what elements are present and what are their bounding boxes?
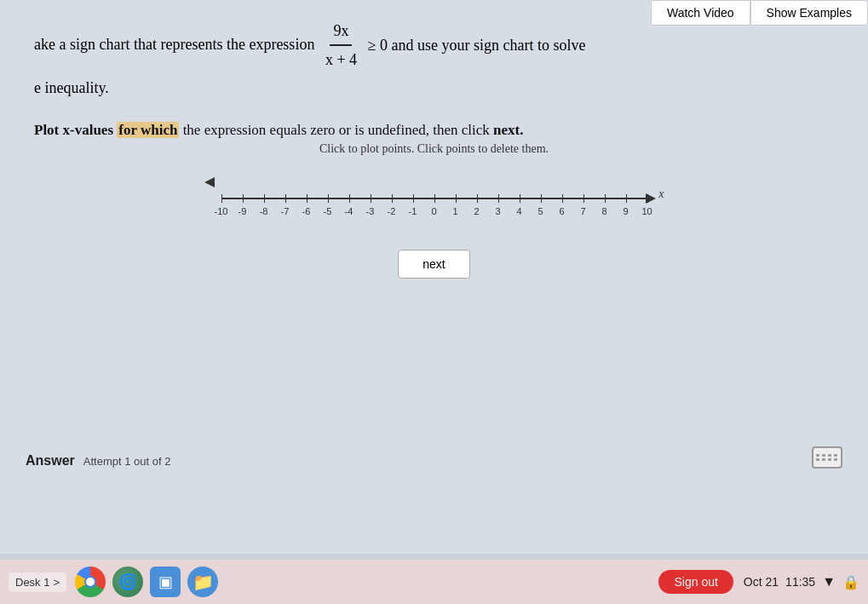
tick-mark [392, 194, 393, 203]
tick-label: 10 [641, 206, 652, 216]
taskbar-apps: 🌀 ▣ 📁 [75, 567, 218, 597]
sign-out-button[interactable]: Sign out [658, 570, 733, 594]
tick-label: 2 [474, 206, 479, 216]
keyboard-icon[interactable] [812, 446, 842, 469]
fraction-numerator: 9x [330, 17, 352, 46]
tick-label: 7 [580, 206, 585, 216]
tick-label: 3 [495, 206, 500, 216]
fraction-denominator: x + 4 [322, 46, 360, 73]
fraction: 9x x + 4 [322, 17, 360, 74]
tick-mark [307, 194, 308, 203]
tick-mark [285, 194, 286, 203]
chevron-icon: > [53, 576, 60, 589]
top-buttons: Watch Video Show Examples [651, 0, 868, 26]
tick-label: 0 [431, 206, 436, 216]
tick-mark [562, 194, 563, 203]
key-dot [834, 458, 837, 461]
tick-label: -1 [409, 206, 417, 216]
tick-mark [647, 194, 648, 203]
for-which-highlight: for which [117, 122, 179, 138]
blue-square-symbol: ▣ [158, 572, 173, 591]
desk-button[interactable]: Desk 1 > [9, 572, 66, 592]
number-line-container[interactable]: x -10-9-8-7-6-5-4-3-2-1012345678910 [34, 181, 834, 216]
key-dot [828, 454, 831, 457]
green-app-icon[interactable]: 🌀 [112, 567, 143, 597]
xvalues-bold: x-values [63, 122, 114, 138]
date-time-display: Oct 21 11:35 ▼ 🔒 [744, 574, 859, 590]
problem-suffix: e inequality. [34, 74, 834, 101]
tick-label: -7 [281, 206, 290, 216]
taskbar-right: Sign out Oct 21 11:35 ▼ 🔒 [658, 570, 859, 594]
next-bold: next. [493, 122, 523, 138]
tick-mark [456, 194, 457, 203]
wifi-icon: ▼ [822, 574, 836, 590]
key-dot [822, 454, 825, 457]
problem-prefix: ake a sign chart that represents the exp… [34, 36, 314, 53]
tick-label: 5 [537, 206, 543, 216]
tick-label: -6 [302, 206, 311, 216]
key-dot [816, 458, 819, 461]
blue-square-app-icon[interactable]: ▣ [150, 567, 181, 597]
tick-label: 9 [623, 206, 628, 216]
tick-mark [477, 194, 478, 203]
key-dot [828, 458, 831, 461]
tick-mark [626, 194, 627, 203]
watch-video-button[interactable]: Watch Video [651, 0, 750, 26]
tick-label: -10 [215, 206, 228, 216]
chrome-app-icon[interactable] [75, 567, 106, 597]
key-dot [834, 454, 837, 457]
time-label: 11:35 [785, 575, 815, 589]
green-icon-symbol: 🌀 [118, 572, 137, 591]
x-axis-label: x [658, 187, 664, 201]
tick-mark [264, 194, 265, 203]
taskbar: Desk 1 > 🌀 ▣ 📁 Sign out Oct 21 11:35 ▼ 🔒 [0, 560, 868, 604]
main-content: Watch Video Show Examples ake a sign cha… [0, 0, 868, 554]
lock-icon: 🔒 [842, 574, 859, 590]
instruction-main: Plot x-values for which the expression e… [34, 122, 834, 139]
tick-mark [434, 194, 435, 203]
tick-label: -4 [345, 206, 354, 216]
tick-mark [221, 194, 222, 203]
tick-mark [349, 194, 350, 203]
tick-label: -2 [388, 206, 396, 216]
inequality-symbol: ≥ 0 and use your sign chart to solve [368, 37, 586, 54]
tick-mark [520, 194, 520, 203]
tick-label: -5 [324, 206, 332, 216]
blue-folder-app-icon[interactable]: 📁 [187, 567, 218, 597]
tick-label: 4 [516, 206, 521, 216]
next-button[interactable]: next [398, 250, 469, 279]
instruction-main-text: the expression equals zero or is undefin… [183, 122, 493, 138]
tick-label: 8 [601, 206, 606, 216]
instruction-sub: Click to plot points. Click points to de… [34, 142, 834, 156]
tick-label: -3 [366, 206, 375, 216]
show-examples-button[interactable]: Show Examples [750, 0, 868, 26]
answer-row: Answer Attempt 1 out of 2 [26, 453, 170, 469]
tick-mark [605, 194, 606, 203]
chrome-inner-circle [84, 576, 96, 588]
tick-mark [371, 194, 371, 203]
arrow-left-icon [204, 177, 215, 187]
desk-label: Desk 1 [15, 576, 49, 589]
tick-mark [498, 194, 499, 203]
tick-mark [541, 194, 542, 203]
problem-statement: ake a sign chart that represents the exp… [34, 17, 834, 74]
answer-label: Answer [26, 453, 75, 469]
number-line-wrapper[interactable]: x -10-9-8-7-6-5-4-3-2-1012345678910 [213, 181, 656, 216]
tick-mark [328, 194, 329, 203]
date-label: Oct 21 [744, 575, 779, 589]
key-dot [816, 454, 819, 457]
tick-label: 1 [452, 206, 457, 216]
tick-label: 6 [559, 206, 564, 216]
tick-label: -9 [239, 206, 247, 216]
folder-symbol: 📁 [193, 572, 214, 592]
keyboard-icon-inner [816, 454, 838, 461]
tick-label: -8 [260, 206, 268, 216]
number-line[interactable]: x -10-9-8-7-6-5-4-3-2-1012345678910 [221, 198, 647, 199]
tick-mark [413, 194, 414, 203]
tick-mark [583, 194, 584, 203]
attempt-text: Attempt 1 out of 2 [83, 455, 171, 468]
tick-mark [243, 194, 244, 203]
key-dot [822, 458, 825, 461]
